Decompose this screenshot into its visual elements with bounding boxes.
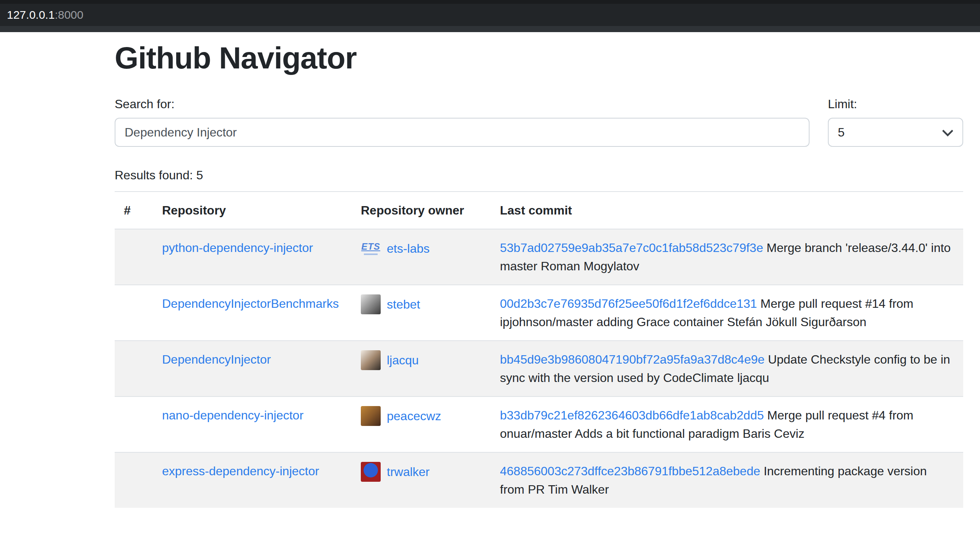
results-table: # Repository Repository owner Last commi… — [115, 191, 963, 508]
table-row: nano-dependency-injector peacecwz b33db7… — [115, 396, 963, 452]
repository-link[interactable]: express-dependency-injector — [162, 464, 319, 478]
search-label: Search for: — [115, 95, 810, 113]
owner-link[interactable]: trwalker — [387, 463, 430, 481]
address-bar[interactable]: 127.0.0.1:8000 — [0, 4, 980, 26]
table-row: DependencyInjector ljacqu bb45d9e3b98608… — [115, 341, 963, 396]
commit-sha-link[interactable]: 53b7ad02759e9ab35a7e7c0c1fab58d523c79f3e — [500, 241, 763, 255]
results-summary: Results found: 5 — [115, 166, 963, 184]
header-repository: Repository — [153, 192, 352, 229]
table-row: express-dependency-injector trwalker 468… — [115, 452, 963, 508]
repository-link[interactable]: nano-dependency-injector — [162, 408, 303, 422]
search-group: Search for: — [115, 95, 810, 147]
owner-avatar — [361, 462, 381, 482]
owner-avatar — [361, 406, 381, 426]
search-input[interactable] — [115, 118, 810, 147]
table-header-row: # Repository Repository owner Last commi… — [115, 192, 963, 229]
owner-link[interactable]: ets-labs — [387, 239, 430, 258]
header-number: # — [115, 192, 153, 229]
browser-chrome-bottom — [0, 26, 980, 32]
row-number — [115, 229, 153, 285]
search-form: Search for: Limit: 5 — [115, 95, 963, 147]
repository-link[interactable]: DependencyInjector — [162, 353, 271, 366]
page-title: Github Navigator — [115, 40, 963, 76]
content-container: Github Navigator Search for: Limit: 5 Re… — [115, 40, 963, 508]
limit-label: Limit: — [828, 95, 963, 113]
row-number — [115, 285, 153, 341]
commit-sha-link[interactable]: 00d2b3c7e76935d76f25ee50f6d1f2ef6ddce131 — [500, 297, 757, 310]
owner-avatar: ETS — [361, 239, 381, 258]
header-owner: Repository owner — [352, 192, 491, 229]
limit-group: Limit: 5 — [828, 95, 963, 147]
header-commit: Last commit — [491, 192, 963, 229]
commit-sha-link[interactable]: 468856003c273dffce23b86791fbbe512a8ebede — [500, 464, 760, 478]
row-number — [115, 341, 153, 396]
commit-sha-link[interactable]: b33db79c21ef8262364603db66dfe1ab8cab2dd5 — [500, 408, 764, 422]
owner-link[interactable]: peacecwz — [387, 407, 441, 425]
commit-sha-link[interactable]: bb45d9e3b98608047190bf72a95fa9a37d8c4e9e — [500, 353, 764, 366]
repository-link[interactable]: DependencyInjectorBenchmarks — [162, 297, 339, 310]
owner-avatar — [361, 350, 381, 370]
table-row: python-dependency-injector ETS ets-labs … — [115, 229, 963, 285]
owner-link[interactable]: ljacqu — [387, 351, 419, 369]
row-number — [115, 396, 153, 452]
page: 127.0.0.1:8000 Github Navigator Search f… — [0, 0, 980, 533]
row-number — [115, 452, 153, 508]
url-host: 127.0.0.1 — [7, 8, 55, 21]
table-row: DependencyInjectorBenchmarks stebet 00d2… — [115, 285, 963, 341]
limit-select[interactable]: 5 — [828, 118, 963, 147]
owner-link[interactable]: stebet — [387, 295, 420, 314]
url-port: :8000 — [55, 8, 83, 21]
browser-chrome-top — [0, 0, 980, 4]
repository-link[interactable]: python-dependency-injector — [162, 241, 313, 255]
owner-avatar — [361, 294, 381, 314]
